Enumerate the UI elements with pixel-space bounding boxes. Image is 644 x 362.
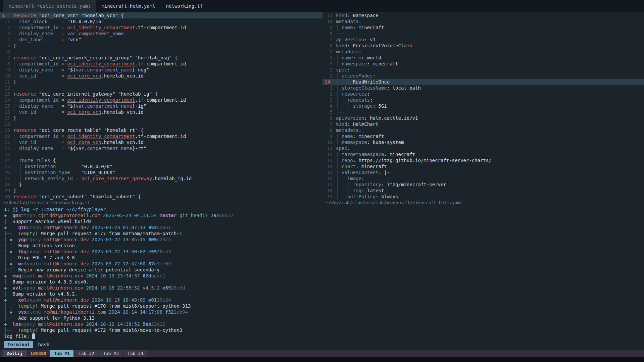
line-number: 15 <box>0 103 13 109</box>
code-line[interactable]: 10│ namespace: kube-system <box>323 139 644 145</box>
terminal-line: log file: <box>4 333 644 339</box>
zellij-tab[interactable]: Tab #1 <box>50 350 73 357</box>
code-line[interactable]: 14│ compartment_id = oci_identity_compar… <box>0 97 323 103</box>
line-number: 1 <box>323 85 336 91</box>
code-line[interactable]: 17} <box>0 115 323 121</box>
code-line[interactable]: 14│ │ - ReadWriteOnce <box>323 79 644 85</box>
code-line[interactable]: 10│ vcn_id = oci_core_vcn.homelab_vcn.id <box>0 73 323 79</box>
line-number: 7 <box>0 55 13 61</box>
code-line[interactable]: 11spec: <box>323 145 644 151</box>
code-line[interactable]: 15│ valuesContent: |- <box>323 169 644 175</box>
code-line[interactable]: 8metadata: <box>323 127 644 133</box>
line-number: 24 <box>0 157 13 163</box>
code-line[interactable]: 1resource "oci_core_vcn" "homelab_vcn" { <box>0 12 323 18</box>
code-line[interactable]: 13│ repo: https://itzg.github.io/minecra… <box>323 157 644 163</box>
code-line[interactable]: 29} <box>0 188 323 194</box>
terminal-pane[interactable]: 1: jj log -r ::master ~/d/ffpyplayer◆ qm… <box>0 206 644 350</box>
buffer-tab[interactable]: minecraft-restic-secrets.yaml <box>3 0 96 12</box>
zellij-tab[interactable]: Tab #3 <box>99 350 122 357</box>
code-line[interactable]: 6kind: PersistentVolumeClaim <box>323 43 644 49</box>
terminal-tab[interactable]: Terminal <box>4 341 33 348</box>
code-line[interactable]: 16│ │ image: <box>323 175 644 182</box>
code-line[interactable]: 26│ │ destination_type = "CIDR_BLOCK" <box>0 169 323 175</box>
zellij-tab[interactable]: Tab #2 <box>75 350 98 357</box>
code-line[interactable]: 25│ │ destination = "0.0.0.0/0" <box>0 163 323 169</box>
code-line[interactable]: 14│ chart: minecraft <box>323 163 644 169</box>
terminal-line: │ ◆ vvxxlrnu me@mirkogalimberti.com 2024… <box>4 309 644 315</box>
shell-tab[interactable]: bash <box>38 342 49 347</box>
line-number: 10 <box>0 73 13 79</box>
code-line[interactable]: 8--- <box>323 31 644 37</box>
editor-pane-minecraft-helm-yaml[interactable]: 11kind: Namespace10metadata:9│ name: min… <box>323 12 644 206</box>
code-line[interactable]: 23│ <box>0 151 323 157</box>
zellij-tab[interactable]: Tab #4 <box>124 350 147 357</box>
editor-pane-networking-tf[interactable]: 1resource "oci_core_vcn" "homelab_vcn" {… <box>0 12 323 206</box>
code-line[interactable]: 28│ } <box>0 182 323 188</box>
code-line[interactable]: 2spec: <box>323 67 644 73</box>
code-line[interactable]: 10metadata: <box>323 18 644 24</box>
line-number: 15 <box>323 169 336 175</box>
terminal-line: 1: jj log -r ::master ~/d/ffpyplayer <box>4 206 644 212</box>
code-line[interactable]: 9│ display_name = "${var.compartment_nam… <box>0 67 323 73</box>
code-line[interactable]: 1│ storageClassName: local-path <box>323 85 644 91</box>
code-line[interactable]: 9│ name: minecraft <box>323 24 644 31</box>
code-line[interactable]: 7resource "oci_core_network_security_gro… <box>0 55 323 61</box>
mode-indicator: LOCKED <box>31 351 46 356</box>
line-number: 16 <box>323 175 336 182</box>
code-line[interactable]: 24│ route_rules { <box>0 157 323 163</box>
code-line[interactable]: 12 <box>0 85 323 91</box>
code-line[interactable]: 21│ vcn_id = oci_core_vcn.homelab_vcn.id <box>0 139 323 145</box>
code-line[interactable]: 17│ │ │ repository: itzg/minecraft-serve… <box>323 182 644 188</box>
line-number: 11 <box>323 145 336 151</box>
code-line[interactable]: 2│ resources: <box>323 91 644 97</box>
code-line[interactable]: 13resource "oci_core_internet_gateway" "… <box>0 91 323 97</box>
code-line[interactable]: 20│ compartment_id = oci_identity_compar… <box>0 133 323 139</box>
code-line[interactable]: 5} <box>0 43 323 49</box>
line-number: 13 <box>0 91 13 97</box>
code-line[interactable]: 19resource "oci_core_route_table" "homel… <box>0 127 323 133</box>
code-line[interactable]: 2│ compartment_id = oci_identity_compart… <box>0 24 323 31</box>
code-line[interactable]: 3│ │ requests: <box>323 97 644 103</box>
terminal-footer: Terminalbash <box>4 341 644 349</box>
code-line[interactable]: 4│ dns_label = "vcn" <box>0 37 323 43</box>
code-line[interactable]: 11kind: Namespace <box>323 12 644 18</box>
terminal-line: ◆ qmxttryn cjriddz@protonmail.com 2025-0… <box>4 212 644 218</box>
code-line[interactable]: 7kind: HelmChart <box>323 121 644 127</box>
line-number: 10 <box>323 18 336 24</box>
buffer-tab[interactable]: minecraft-helm.yaml <box>96 0 160 12</box>
statusline-path: ~/dev/lab/terraform/networking.tf <box>0 200 323 205</box>
code-line[interactable]: 7apiVersion: v1 <box>323 37 644 43</box>
line-number: 14 <box>323 79 336 85</box>
code-line[interactable]: 3│ display_name = var.compartment_name <box>0 31 323 37</box>
line-number: 17 <box>0 115 13 121</box>
line-number: 14 <box>0 97 13 103</box>
code-line[interactable]: 30resource "oci_core_subnet" "homelab_su… <box>0 194 323 200</box>
code-line[interactable]: 15│ display_name = "${var.compartment_na… <box>0 103 323 109</box>
terminal-line: ◆ xolmnzvw matt@einhorn.dev 2024-10-15 1… <box>4 297 644 303</box>
code-area: 11kind: Namespace10metadata:9│ name: min… <box>323 12 644 200</box>
code-line[interactable]: 12│ targetNamespace: minecraft <box>323 151 644 157</box>
buffer-tab[interactable]: networking.tf <box>161 0 208 12</box>
code-line[interactable]: 9│ name: minecraft <box>323 133 644 139</box>
code-line[interactable]: 1│ cidr_block = "10.0.0.0/16" <box>0 18 323 24</box>
code-line[interactable]: 6apiVersion: helm.cattle.io/v1 <box>323 115 644 121</box>
code-line[interactable]: 4│ │ │ storage: 5Gi <box>323 103 644 109</box>
code-line[interactable]: 18 <box>0 121 323 127</box>
code-line[interactable]: 3│ namespace: minecraft <box>323 61 644 67</box>
code-line[interactable]: 18│ │ │ tag: latest <box>323 188 644 194</box>
code-line[interactable]: 5--- <box>323 109 644 115</box>
code-line[interactable]: 22│ display_name = "${var.compartment_na… <box>0 145 323 151</box>
code-line[interactable]: 6 <box>0 49 323 55</box>
line-number: 29 <box>0 188 13 194</box>
code-line[interactable]: 11} <box>0 79 323 85</box>
code-line[interactable]: 1│ accessModes: <box>323 73 644 79</box>
terminal-line: ├─╮ (empty) Merge pull request #177 from… <box>4 230 644 237</box>
code-line[interactable]: 19│ │ pullPolicy: Always <box>323 194 644 200</box>
code-line[interactable]: 27│ │ network_entity_id = oci_core_inter… <box>0 175 323 182</box>
line-number: 27 <box>0 175 13 182</box>
code-line[interactable]: 8│ compartment_id = oci_identity_compart… <box>0 61 323 67</box>
code-line[interactable]: 4│ name: mc-world <box>323 55 644 61</box>
code-line[interactable]: 5metadata: <box>323 49 644 55</box>
code-line[interactable]: 16│ vcn_id = oci_core_vcn.homelab_vcn.id <box>0 109 323 115</box>
line-number: 9 <box>323 133 336 139</box>
